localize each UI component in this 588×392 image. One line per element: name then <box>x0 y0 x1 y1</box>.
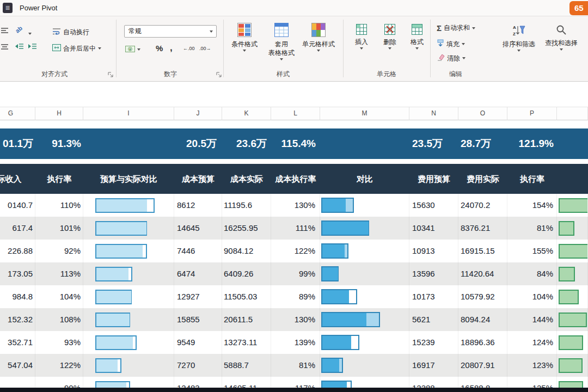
column-header-L[interactable]: L <box>271 107 320 120</box>
cell-cost-actual[interactable]: 5888.7 <box>222 354 271 377</box>
cell-cost-budget[interactable]: 8612 <box>174 194 222 217</box>
accounting-format-button[interactable]: ¥ <box>125 45 140 54</box>
increase-decimal-button[interactable]: ←.00 <box>183 46 195 51</box>
cell-cost-actual[interactable]: 11505.03 <box>222 285 271 308</box>
accounting-dropdown-icon[interactable] <box>137 48 140 51</box>
empty-sheet-row[interactable] <box>0 159 588 164</box>
orientation-dropdown-icon[interactable] <box>28 28 32 38</box>
cell-cost-rate[interactable]: 111% <box>271 217 320 240</box>
header-cost-rate[interactable]: 成本执行率 <box>271 164 320 194</box>
cell-cost-rate[interactable]: 81% <box>271 354 320 377</box>
cell-cost-actual[interactable]: 13273.11 <box>222 331 271 354</box>
cell-expense-budget[interactable]: 5621 <box>409 308 458 331</box>
cell-budget-vs-actual[interactable] <box>83 308 174 331</box>
column-header-M[interactable]: M <box>320 107 409 120</box>
cell-execution-rate[interactable]: 101% <box>35 217 83 240</box>
cell-cost-rate[interactable]: 122% <box>271 240 320 262</box>
header-budget-vs-actual[interactable]: 预算与实际对比 <box>83 164 174 194</box>
merge-center-button[interactable]: 合并后居中 <box>52 44 101 53</box>
format-cells-button[interactable]: 格式 <box>404 24 430 50</box>
cell-cost-actual[interactable]: 20611.5 <box>222 308 271 331</box>
cell-cost-budget[interactable]: 14645 <box>174 217 222 240</box>
format-as-table-button[interactable]: 套用 表格格式 <box>264 23 299 60</box>
cell-expense-budget[interactable]: 15630 <box>409 194 458 217</box>
header-actual-income[interactable]: 际收入 <box>0 164 35 194</box>
header-execution-rate[interactable]: 执行率 <box>35 164 83 194</box>
cell-compare[interactable] <box>320 354 409 377</box>
merge-center-dropdown-icon[interactable] <box>98 47 101 50</box>
cell-execution-rate[interactable]: 93% <box>35 331 83 354</box>
summary-cost-budget[interactable]: 20.5万 <box>174 128 222 159</box>
cell-expense-actual[interactable]: 24070.2 <box>458 194 507 217</box>
cell-expense-rate[interactable]: 84% <box>507 262 557 285</box>
cell-execution-rate[interactable]: 92% <box>35 240 83 262</box>
cell-compare[interactable] <box>320 240 409 262</box>
cell-expense-actual[interactable]: 16915.15 <box>458 240 507 262</box>
cell-budget-vs-actual[interactable] <box>83 194 174 217</box>
cell-expense-budget[interactable]: 10341 <box>409 217 458 240</box>
cell-expense-actual[interactable]: 11420.64 <box>458 262 507 285</box>
cell-compare[interactable] <box>320 331 409 354</box>
cell-compare[interactable] <box>320 308 409 331</box>
summary-empty-cell[interactable] <box>557 128 588 159</box>
cell-compare[interactable] <box>320 285 409 308</box>
cell-expense-budget[interactable]: 13596 <box>409 262 458 285</box>
decrease-indent-icon[interactable] <box>15 42 24 52</box>
text-orientation-icon[interactable]: ab <box>15 24 22 34</box>
clear-button[interactable]: 清除 <box>437 53 465 63</box>
cell-budget-vs-actual[interactable] <box>83 331 174 354</box>
cell-budget-vs-actual[interactable] <box>83 262 174 285</box>
column-header-partial[interactable] <box>557 107 588 120</box>
cell-actual-income[interactable]: 226.88 <box>0 240 35 262</box>
cell-cost-rate[interactable]: 130% <box>271 308 320 331</box>
summary-empty-cell[interactable] <box>320 128 409 159</box>
cell-budget-vs-actual[interactable] <box>83 240 174 262</box>
cell-expense-budget[interactable]: 15239 <box>409 331 458 354</box>
cell-cost-rate[interactable]: 139% <box>271 331 320 354</box>
cell-execution-rate[interactable]: 108% <box>35 308 83 331</box>
header-compare[interactable]: 对比 <box>320 164 409 194</box>
cell-expense-actual[interactable]: 8094.24 <box>458 308 507 331</box>
column-header-O[interactable]: O <box>458 107 507 120</box>
cell-cost-rate[interactable]: 89% <box>271 285 320 308</box>
cell-expense-budget[interactable]: 10173 <box>409 285 458 308</box>
cell-cost-budget[interactable]: 6474 <box>174 262 222 285</box>
cell-execution-rate[interactable]: 113% <box>35 262 83 285</box>
cell-compare[interactable] <box>320 217 409 240</box>
header-cost-actual[interactable]: 成本实际 <box>222 164 271 194</box>
cell-expense-rate-bar[interactable] <box>557 194 588 217</box>
cell-expense-rate[interactable]: 123% <box>507 354 557 377</box>
summary-expense-actual[interactable]: 28.7万 <box>458 128 507 159</box>
cell-expense-rate-bar[interactable] <box>557 262 588 285</box>
header-expense-rate[interactable]: 执行率 <box>507 164 557 194</box>
percent-style-button[interactable]: % <box>156 44 163 53</box>
wrap-text-button[interactable]: 自动换行 <box>52 27 89 37</box>
cell-expense-actual[interactable]: 8376.21 <box>458 217 507 240</box>
cell-cost-actual[interactable]: 9084.12 <box>222 240 271 262</box>
cell-actual-income[interactable]: 0140.7 <box>0 194 35 217</box>
header-cost-budget[interactable]: 成本预算 <box>174 164 222 194</box>
summary-execution-rate[interactable]: 91.3% <box>35 128 83 159</box>
number-format-select[interactable]: 常规 <box>124 25 217 38</box>
number-dialog-launcher-icon[interactable] <box>216 70 223 78</box>
cell-budget-vs-actual[interactable] <box>83 285 174 308</box>
summary-expense-rate[interactable]: 121.9% <box>507 128 557 159</box>
fill-button[interactable]: 填充 <box>437 39 465 49</box>
cell-budget-vs-actual[interactable] <box>83 217 174 240</box>
cell-expense-budget[interactable]: 10913 <box>409 240 458 262</box>
column-header-I[interactable]: I <box>83 107 174 120</box>
empty-sheet-row[interactable] <box>0 120 588 128</box>
header-expense-budget[interactable]: 费用预算 <box>409 164 458 194</box>
comma-style-button[interactable]: , <box>170 42 173 53</box>
cell-expense-actual[interactable]: 10579.92 <box>458 285 507 308</box>
cell-expense-rate-bar[interactable] <box>557 354 588 377</box>
cell-execution-rate[interactable]: 122% <box>35 354 83 377</box>
summary-expense-budget[interactable]: 23.5万 <box>409 128 458 159</box>
header-expense-actual[interactable]: 费用实际 <box>458 164 507 194</box>
alignment-dialog-launcher-icon[interactable] <box>107 70 115 78</box>
cell-cost-actual[interactable]: 6409.26 <box>222 262 271 285</box>
cell-execution-rate[interactable]: 104% <box>35 285 83 308</box>
cell-expense-actual[interactable]: 18896.36 <box>458 331 507 354</box>
column-header-K[interactable]: K <box>222 107 271 120</box>
cell-actual-income[interactable]: 352.71 <box>0 331 35 354</box>
